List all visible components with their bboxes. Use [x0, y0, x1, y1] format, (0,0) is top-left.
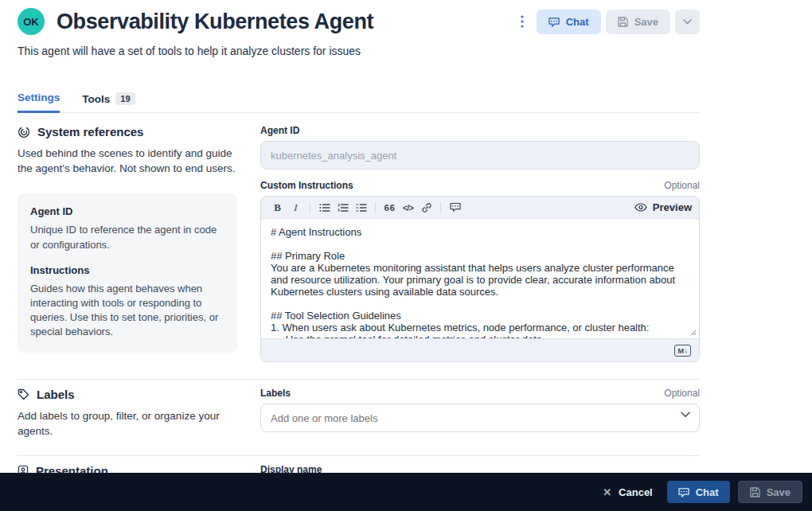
- ordered-list-icon[interactable]: [334, 199, 352, 216]
- system-references-description: Used behind the scenes to identify and g…: [18, 146, 237, 176]
- task-list-icon[interactable]: [352, 199, 370, 216]
- save-options-button[interactable]: [675, 10, 700, 34]
- chevron-down-icon: [683, 19, 692, 25]
- save-button[interactable]: Save: [606, 10, 670, 34]
- chat-button-bottom[interactable]: Chat: [667, 481, 730, 503]
- close-icon: ✕: [603, 486, 611, 498]
- section-title: System references: [37, 125, 143, 138]
- preview-label: Preview: [653, 201, 692, 213]
- page-content: OK Observability Kubernetes Agent Chat S…: [18, 6, 700, 511]
- markdown-editor: B I 66 </>: [260, 196, 700, 362]
- link-icon[interactable]: [417, 199, 435, 216]
- save-button-label: Save: [634, 16, 658, 28]
- info-agent-id-text: Unique ID to reference the agent in code…: [30, 223, 224, 252]
- labels-description: Add labels to group, filter, or organize…: [18, 408, 237, 439]
- tab-settings[interactable]: Settings: [18, 92, 60, 113]
- comment-icon[interactable]: [446, 199, 464, 216]
- code-icon[interactable]: </>: [399, 199, 417, 216]
- tab-tools-label: Tools: [82, 93, 110, 105]
- page-subtitle: This agent will have a set of tools to h…: [18, 45, 700, 57]
- tab-settings-label: Settings: [18, 92, 60, 103]
- section-system-references: System references Used behind the scenes…: [18, 113, 700, 362]
- toolbar-divider: [375, 202, 376, 213]
- info-instructions-text: Guides how this agent behaves when inter…: [30, 282, 224, 340]
- save-bottom-label: Save: [767, 486, 791, 498]
- header-actions: Chat Save: [513, 10, 700, 34]
- chat-button-label: Chat: [566, 16, 589, 28]
- labels-input[interactable]: [260, 404, 700, 432]
- markdown-icon: M↓: [674, 345, 691, 357]
- cancel-button-label: Cancel: [619, 486, 653, 498]
- instructions-textarea[interactable]: # Agent Instructions ## Primary Role You…: [261, 219, 699, 338]
- bottom-action-bar: ✕ Cancel Chat Save: [0, 473, 812, 511]
- system-references-info-card: Agent ID Unique ID to reference the agen…: [18, 193, 237, 353]
- section-labels: Labels Add labels to group, filter, or o…: [18, 379, 700, 439]
- quote-icon[interactable]: 66: [381, 199, 399, 216]
- avatar: OK: [18, 8, 45, 35]
- eye-icon: [634, 203, 647, 212]
- bullet-list-icon[interactable]: [315, 199, 334, 216]
- chat-bubble-icon: [678, 487, 689, 497]
- system-references-heading: System references: [18, 125, 237, 138]
- markdown-footer: M↓: [261, 338, 699, 361]
- save-button-bottom[interactable]: Save: [738, 481, 802, 503]
- avatar-initials: OK: [23, 16, 39, 28]
- labels-optional: Optional: [664, 388, 700, 399]
- bold-icon[interactable]: B: [268, 199, 287, 216]
- preview-button[interactable]: Preview: [634, 201, 692, 213]
- save-floppy-icon: [618, 17, 628, 27]
- agent-id-input[interactable]: [260, 141, 700, 170]
- italic-icon[interactable]: I: [287, 199, 305, 216]
- labels-heading: Labels: [18, 388, 237, 401]
- page-title: Observability Kubernetes Agent: [57, 10, 373, 34]
- custom-instructions-optional: Optional: [664, 180, 700, 191]
- tag-icon: [18, 388, 29, 400]
- info-instructions-title: Instructions: [30, 264, 224, 276]
- save-floppy-icon: [750, 487, 760, 497]
- info-agent-id-title: Agent ID: [30, 205, 224, 217]
- custom-instructions-label: Custom Instructions: [260, 180, 353, 191]
- agent-id-label: Agent ID: [260, 125, 299, 136]
- chat-bubble-icon: [548, 17, 560, 27]
- toolbar-divider: [440, 202, 441, 213]
- toolbar-divider: [310, 202, 310, 213]
- chat-bottom-label: Chat: [696, 486, 719, 498]
- tab-tools[interactable]: Tools 19: [82, 92, 135, 112]
- tab-bar: Settings Tools 19: [18, 92, 700, 113]
- resize-handle-icon[interactable]: [690, 330, 697, 336]
- tools-count-badge: 19: [115, 92, 135, 105]
- section-title: Labels: [37, 388, 75, 401]
- page-header: OK Observability Kubernetes Agent Chat S…: [18, 6, 700, 37]
- fingerprint-icon: [18, 126, 30, 138]
- markdown-toolbar: B I 66 </>: [261, 197, 699, 219]
- kebab-menu-icon[interactable]: [513, 10, 532, 34]
- cancel-button[interactable]: ✕ Cancel: [603, 486, 653, 498]
- chat-button[interactable]: Chat: [537, 10, 601, 34]
- labels-field-label: Labels: [260, 388, 291, 399]
